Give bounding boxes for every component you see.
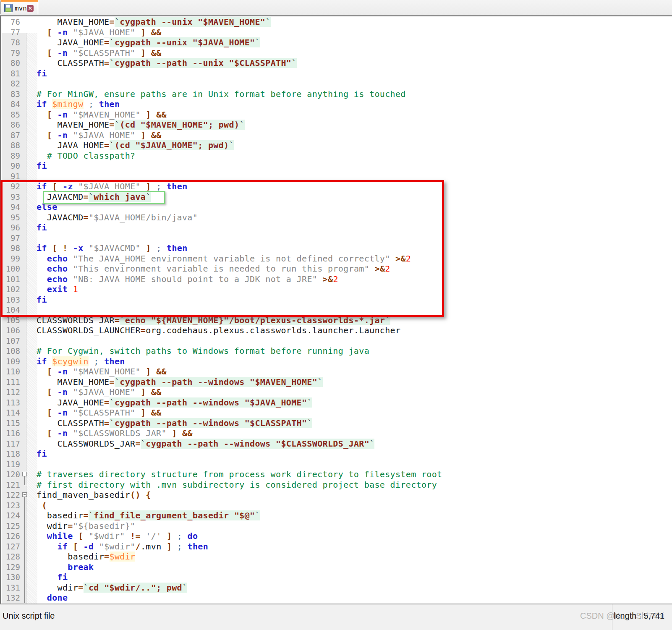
code-token: ` [317,377,322,387]
code-token: if [37,181,47,191]
code-token: ` [110,397,115,408]
code-token: ] [141,408,146,418]
code-token [94,541,99,552]
code-token [146,408,151,418]
code-token: ] [146,366,151,376]
line-number: 112 [0,387,20,397]
code-token: while [47,531,73,541]
code-token [78,541,83,552]
code-token [151,366,156,376]
fold-margin-cell [20,366,37,377]
code-token: CLASSPATH [37,58,104,68]
code-token: = [84,192,89,202]
code-token [182,531,187,541]
code-token: "$JAVA_HOME" [73,387,136,397]
code-token [162,531,167,541]
fold-margin-cell [20,254,37,264]
code-token: "$CLASSWORLDS_JAR" [73,428,167,438]
line-number: 82 [0,78,20,89]
fold-guide-line [24,521,25,531]
code-token: then [167,243,188,253]
fold-margin-cell [20,120,37,130]
code-token: -z [63,181,73,191]
code-token [177,428,182,438]
line-number: 118 [0,449,20,459]
code-token [84,531,89,541]
code-line: 104 [0,305,672,315]
code-token [37,562,68,572]
line-number: 89 [0,151,20,161]
code-token: fi [58,572,68,582]
code-token: "$JAVA_HOME" [78,181,141,191]
code-token: -x [73,243,84,253]
code-token: "$wdir" [99,541,136,552]
code-token: ] [141,27,146,37]
fold-margin-cell [20,233,37,243]
line-number: 105 [0,315,20,326]
fold-margin-cell [20,459,37,470]
code-line: 127 if [ -d "$wdir"/.mvn ] ; then [0,541,672,552]
code-token: cygpath --path --windows "$MAVEN_HOME" [120,377,317,387]
code-line: 129 break [0,562,672,572]
code-token: wdir [37,521,68,531]
fold-guide-line [24,572,25,583]
code-token [68,243,73,253]
code-token: && [151,387,162,397]
close-icon[interactable]: ✕ [27,5,34,12]
code-token: () [130,490,141,500]
code-token: break [68,562,94,572]
line-number: 77 [0,27,20,38]
code-token [37,500,42,510]
code-token: wdir [37,583,78,593]
code-token [37,541,58,552]
line-number: 98 [0,243,20,254]
fold-collapse-icon[interactable] [22,472,27,476]
code-token [37,264,47,274]
code-token: = [104,418,109,428]
csdn-watermark: CSDN @ [580,611,615,621]
fold-margin-cell [20,284,37,295]
code-token: = [109,120,114,130]
code-token: >& [323,274,333,284]
line-number: 93 [0,192,20,202]
code-line: 106CLASSWORLDS_LAUNCHER=org.codehaus.ple… [0,325,672,336]
fold-guide-line [24,562,25,572]
code-token [99,356,104,366]
code-token: [ [78,531,83,541]
code-token: if [58,541,68,552]
code-token [136,27,141,37]
code-token [58,181,63,191]
fold-collapse-icon[interactable] [22,492,27,497]
code-token: = [84,212,89,222]
code-token: $cygwin [52,356,89,366]
code-token [162,181,167,191]
code-token: cygpath --unix "$JAVA_HOME" [115,37,255,47]
code-line: 117 CLASSWORLDS_JAR=`cygpath --path --wi… [0,439,672,449]
fold-margin-cell [20,99,37,110]
code-token [369,264,374,274]
code-line: 94else [0,202,672,212]
fold-margin-cell [20,181,37,192]
code-token: ; [156,243,161,253]
code-token: / [136,541,141,552]
code-token [68,254,73,264]
line-number: 132 [0,593,20,603]
fold-margin-cell [20,130,37,141]
fold-margin-cell [20,243,37,254]
code-line: 115 CLASSPATH=`cygpath --path --windows … [0,418,672,429]
code-token [37,27,47,37]
code-token: JAVA_HOME [37,140,104,150]
code-line: 116 [ -n "$CLASSWORLDS_JAR" ] && [0,428,672,439]
code-token: = [109,377,114,387]
tab-mvn[interactable]: mvn ✕ [0,0,38,14]
code-token: (cd "$JAVA_HOME"; pwd) [115,140,229,150]
code-token: -n [58,110,68,120]
fold-margin-cell [20,510,37,521]
line-number: 124 [0,510,20,521]
code-token: # TODO classpath? [47,151,136,161]
code-token: ; [177,531,182,541]
code-token: ` [229,140,234,150]
code-token [172,531,177,541]
code-line: 79 [ -n "$CLASSPATH" ] && [0,48,672,58]
code-token [52,27,57,37]
